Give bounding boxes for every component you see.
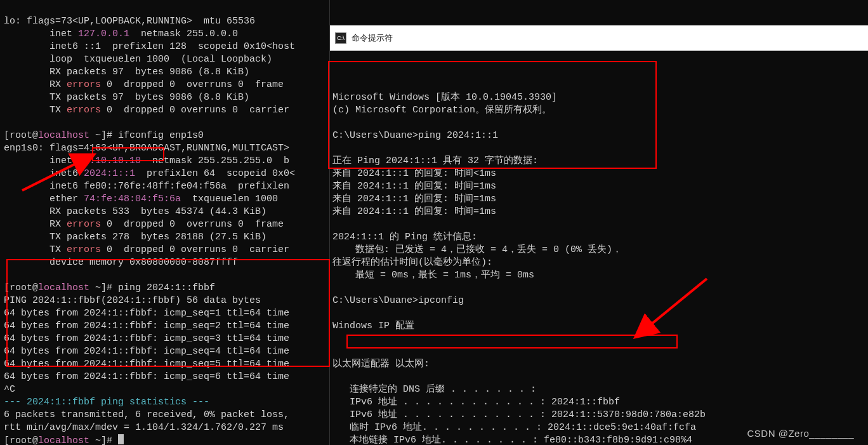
linux-terminal[interactable]: lo: flags=73<UP,LOOPBACK,RUNNING> mtu 65… [0,0,329,445]
line: ether 74:fe:48:04:f5:6a txqueuelen 1000 [4,194,278,204]
line: 2024:1::1 的 Ping 统计信息: [332,232,477,242]
line: PING 2024:1::fbbf(2024:1::fbbf) 56 data … [4,295,261,306]
line: IPv6 地址 . . . . . . . . . . . . : 2024:1… [332,397,620,408]
prompt[interactable]: [root@localhost ~]# [4,435,124,445]
prompt: [root@localhost ~]# ifconfig enp1s0 [4,130,204,141]
windows-cmd[interactable]: C:\ 命令提示符 Microsoft Windows [版本 10.0.190… [329,0,868,445]
line: 来自 2024:1::1 的回复: 时间=1ms [332,181,496,192]
line: RX packets 533 bytes 45374 (44.3 KiB) [4,206,266,217]
cmd-titlebar: C:\ 命令提示符 [330,25,868,51]
line: inet 127.0.0.1 netmask 255.0.0.0 [4,29,238,39]
line: 来自 2024:1::1 的回复: 时间=1ms [332,206,496,217]
cmd-icon: C:\ [335,32,346,44]
line: inet6 ::1 prefixlen 128 scopeid 0x10<hos… [4,41,295,52]
line: TX packets 278 bytes 28188 (27.5 KiB) [4,232,266,242]
line: 临时 IPv6 地址. . . . . . . . . . : 2024:1::… [332,422,696,433]
line: ^C [4,384,15,395]
line: Microsoft Windows [版本 10.0.19045.3930] [332,92,557,103]
line: 来自 2024:1::1 的回复: 时间<1ms [332,168,496,179]
line: 正在 Ping 2024:1::1 具有 32 字节的数据: [332,156,538,166]
line: 连接特定的 DNS 后缀 . . . . . . . : [332,384,536,395]
line: 来自 2024:1::1 的回复: 时间=1ms [332,194,496,204]
line: 64 bytes from 2024:1::fbbf: icmp_seq=2 t… [4,321,289,331]
line: rtt min/avg/max/mdev = 1.104/1.324/1.762… [4,422,284,433]
line: Windows IP 配置 [332,321,414,331]
line: 64 bytes from 2024:1::fbbf: icmp_seq=5 t… [4,359,289,369]
line: RX packets 97 bytes 9086 (8.8 KiB) [4,67,249,77]
watermark: CSDN @Zero________ [747,428,854,439]
line: 6 packets transmitted, 6 received, 0% pa… [4,409,289,420]
line: inet6 2024:1::1 prefixlen 64 scopeid 0x0… [4,168,295,179]
cmd-title: 命令提示符 [352,32,393,44]
line: TX packets 97 bytes 9086 (8.8 KiB) [4,92,249,103]
line: (c) Microsoft Corporation。保留所有权利。 [332,105,551,116]
line: 64 bytes from 2024:1::fbbf: icmp_seq=3 t… [4,333,289,344]
line: TX errors 0 dropped 0 overruns 0 carrier [4,244,295,255]
line: 最短 = 0ms，最长 = 1ms，平均 = 0ms [332,270,534,281]
line: enp1s0: flags=4163<UP,BROADCAST,RUNNING,… [4,143,289,154]
line: 本地链接 IPv6 地址. . . . . . . . : fe80::b343… [332,435,692,445]
prompt: [root@localhost ~]# ping 2024:1::fbbf [4,282,215,293]
line: C:\Users\Duane>ping 2024:1::1 [332,130,498,141]
line: 64 bytes from 2024:1::fbbf: icmp_seq=4 t… [4,346,289,357]
line: 以太网适配器 以太网: [332,359,430,369]
line: RX errors 0 dropped 0 overruns 0 frame [4,79,289,90]
line: TX errors 0 dropped 0 overruns 0 carrier [4,105,295,116]
cursor-icon [118,434,124,444]
line: device memory 0x80800000-8087ffff [4,257,238,268]
line: 64 bytes from 2024:1::fbbf: icmp_seq=6 t… [4,371,289,382]
line: 64 bytes from 2024:1::fbbf: icmp_seq=1 t… [4,308,289,319]
line: --- 2024:1::fbbf ping statistics --- [4,397,209,408]
line: inet 10.10.10.10 netmask 255.255.255.0 b [4,156,289,166]
line: 往返行程的估计时间(以毫秒为单位): [332,257,492,268]
line: RX errors 0 dropped 0 overruns 0 frame [4,219,289,230]
line: inet6 fe80::76fe:48ff:fe04:f56a prefixle… [4,181,289,192]
line: IPv6 地址 . . . . . . . . . . . . : 2024:1… [332,409,706,420]
line: lo: flags=73<UP,LOOPBACK,RUNNING> mtu 65… [4,16,255,27]
line: C:\Users\Duane>ipconfig [332,295,464,306]
line: loop txqueuelen 1000 (Local Loopback) [4,54,272,65]
line: 数据包: 已发送 = 4，已接收 = 4，丢失 = 0 (0% 丢失)， [332,244,622,255]
